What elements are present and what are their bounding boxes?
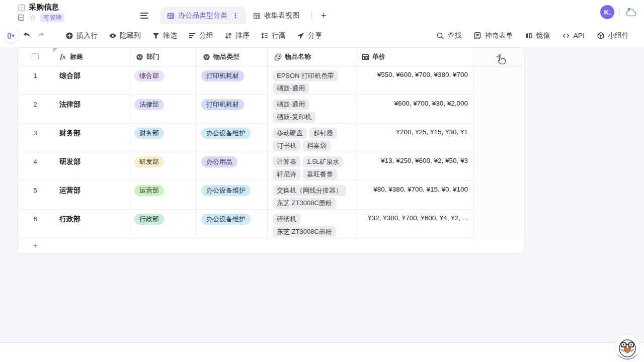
add-column-filler (473, 124, 523, 152)
row-number-cell[interactable]: 2 (18, 95, 53, 124)
table-row: 1综合部综合部打印机耗材EPSON 打印机色带硒鼓-通用¥550, ¥600, … (18, 66, 524, 95)
title-cell[interactable]: 法律部 (53, 95, 129, 124)
plus-circle-icon (65, 32, 73, 40)
share-button[interactable]: 分享 (293, 29, 326, 43)
item-type-cell[interactable]: 办公用品 (196, 152, 267, 181)
row-number-cell[interactable]: 5 (18, 181, 53, 210)
column-header-type[interactable]: 物品类型 (196, 48, 267, 66)
filter-button[interactable]: 筛选 (148, 29, 181, 43)
department-cell[interactable]: 运营部 (129, 181, 196, 210)
title-cell[interactable]: 研发部 (53, 152, 129, 181)
column-header-title[interactable]: fx标题 (53, 48, 129, 66)
hide-columns-button[interactable]: 隐藏列 (105, 29, 145, 43)
department-cell[interactable]: 综合部 (129, 66, 196, 95)
title-cell[interactable]: 行政部 (53, 210, 129, 238)
add-column-filler (473, 66, 523, 95)
table-row: 4研发部研发部办公用品计算器1.5L矿泉水轩尼诗嘉旺餐券¥13, ¥250, ¥… (18, 152, 524, 181)
footer-bar (0, 342, 644, 362)
row-number-cell[interactable]: 6 (18, 210, 53, 238)
mirror-button[interactable]: 镜像 (521, 29, 554, 43)
department-cell[interactable]: 法律部 (129, 95, 196, 124)
department-tag: 行政部 (134, 214, 164, 225)
add-row-button[interactable]: + (18, 238, 53, 253)
column-header-dept[interactable]: 部门 (129, 48, 196, 66)
item-tag: 嘉旺餐券 (303, 169, 337, 180)
grid-table-icon (253, 12, 261, 20)
row-number-cell[interactable]: 1 (18, 66, 53, 95)
cloud-sync-icon[interactable] (625, 6, 638, 18)
item-names-cell[interactable]: 硒鼓-通用硒鼓-复印机 (267, 95, 355, 124)
department-cell[interactable]: 财务部 (129, 124, 196, 152)
grid-header-row: fx标题部门物品类型物品名称单价+ (18, 48, 524, 66)
item-type-cell[interactable]: 办公设备维护 (196, 181, 267, 210)
group-button[interactable]: 分组 (184, 29, 217, 43)
tab-collection-view[interactable]: 收集表视图 (246, 7, 306, 24)
department-cell[interactable]: 行政部 (129, 210, 196, 238)
unit-price-cell[interactable]: ¥13, ¥250, ¥600, ¥2, ¥50, ¥3 (355, 152, 473, 181)
item-type-tag: 办公设备维护 (201, 128, 251, 139)
find-button[interactable]: 查找 (432, 29, 465, 43)
toolbar-right-buttons: 查找神奇表单镜像API小组件 (432, 24, 633, 47)
item-type-cell[interactable]: 打印机耗材 (196, 95, 267, 124)
magic-form-button[interactable]: 神奇表单 (469, 29, 517, 43)
unit-price-cell[interactable]: ¥80, ¥380, ¥700, ¥15, ¥0, ¥100 (355, 181, 473, 210)
item-tag: 硒鼓-复印机 (273, 112, 315, 123)
item-names-cell[interactable]: 碎纸机东芝 ZT3008C墨粉 (267, 210, 355, 238)
select-icon (202, 53, 210, 61)
unit-price-cell[interactable]: ¥550, ¥600, ¥700, ¥380, ¥700 (355, 66, 473, 95)
api-button[interactable]: API (558, 29, 589, 42)
redo-button[interactable] (36, 31, 46, 40)
title-cell[interactable]: 综合部 (53, 66, 129, 95)
item-type-cell[interactable]: 办公设备维护 (196, 210, 267, 238)
widgets-button[interactable]: 小组件 (593, 29, 633, 43)
form-icon (473, 32, 481, 40)
toolbar-button-label: 行高 (272, 31, 286, 40)
add-row[interactable]: + (18, 238, 524, 253)
department-tag: 综合部 (134, 70, 164, 81)
unit-price-cell[interactable]: ¥32, ¥380, ¥700, ¥600, ¥4, ¥2, ... (355, 210, 473, 238)
item-names-cell[interactable]: EPSON 打印机色带硒鼓-通用 (267, 66, 355, 95)
add-sheet-button[interactable]: + (317, 11, 331, 21)
star-icon[interactable]: ☆ (29, 14, 36, 21)
department-cell[interactable]: 研发部 (129, 152, 196, 181)
column-header-items[interactable]: 物品名称 (267, 48, 355, 66)
select-all-cell[interactable] (18, 48, 53, 66)
item-names-cell[interactable]: 移动硬盘起钉器订书机档案袋 (267, 124, 355, 152)
assistant-mascot[interactable] (614, 334, 640, 360)
avatar[interactable]: K. (600, 5, 614, 19)
row-number-cell[interactable]: 3 (18, 124, 53, 152)
expand-panel-button[interactable] (4, 29, 18, 43)
item-type-tag: 办公用品 (201, 156, 237, 167)
item-names-cell[interactable]: 交换机（网线分接器）东芝 ZT3008C墨粉 (267, 181, 355, 210)
title-cell[interactable]: 财务部 (53, 124, 129, 152)
grid-body: 1综合部综合部打印机耗材EPSON 打印机色带硒鼓-通用¥550, ¥600, … (18, 66, 524, 238)
send-icon (297, 32, 305, 40)
title-cell[interactable]: 运营部 (53, 181, 129, 210)
undo-button[interactable] (22, 31, 32, 40)
view-list-icon[interactable] (140, 11, 149, 20)
tab-active-sheet[interactable]: 办公品类型分类 ⋮ (160, 7, 246, 24)
item-type-cell[interactable]: 打印机耗材 (196, 66, 267, 95)
select-all-checkbox[interactable] (32, 53, 39, 60)
table-row: 2法律部法律部打印机耗材硒鼓-通用硒鼓-复印机¥600, ¥700, ¥30, … (18, 95, 524, 124)
comment-icon[interactable] (18, 14, 25, 21)
row-number-cell[interactable]: 4 (18, 152, 53, 181)
insert-row-button[interactable]: 插入行 (61, 29, 102, 43)
column-header-price[interactable]: 单价 (355, 48, 473, 66)
item-tag: 碎纸机 (273, 214, 300, 225)
toolbar-button-label: 排序 (235, 31, 250, 40)
sort-button[interactable]: 排序 (220, 29, 254, 43)
grid-table-icon (167, 12, 175, 20)
item-type-cell[interactable]: 办公设备维护 (196, 124, 267, 152)
add-column-button[interactable]: + (473, 48, 523, 66)
tab-menu-icon[interactable]: ⋮ (232, 12, 239, 20)
add-column-filler (473, 181, 523, 210)
unit-price-cell[interactable]: ¥600, ¥700, ¥30, ¥2,000 (355, 95, 473, 124)
item-type-tag: 打印机耗材 (201, 70, 244, 81)
column-header-label: 物品名称 (285, 52, 311, 61)
row-height-button[interactable]: 行高 (257, 29, 290, 43)
item-names-cell[interactable]: 计算器1.5L矿泉水轩尼诗嘉旺餐券 (267, 152, 355, 181)
item-tag: 硒鼓-通用 (273, 83, 309, 94)
item-tag: 1.5L矿泉水 (303, 156, 343, 167)
unit-price-cell[interactable]: ¥200, ¥25, ¥15, ¥30, ¥1 (355, 124, 473, 152)
